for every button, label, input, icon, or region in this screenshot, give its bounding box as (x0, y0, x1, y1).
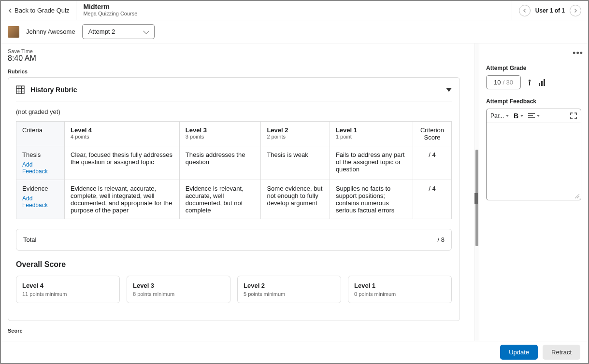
update-button[interactable]: Update (500, 345, 538, 360)
svg-point-5 (529, 79, 531, 81)
pane-splitter[interactable] (474, 43, 479, 347)
rubric-cell[interactable]: Supplies no facts to support positions; … (330, 180, 413, 219)
more-actions-button[interactable]: ••• (573, 48, 583, 58)
overall-level-card[interactable]: Level 25 points minimum (237, 276, 341, 303)
svg-rect-9 (544, 79, 545, 86)
rubric-panel: History Rubric (not graded yet) Criteria… (8, 77, 460, 321)
stats-icon[interactable] (538, 79, 546, 86)
score-label: Score (8, 328, 460, 334)
svg-rect-0 (16, 86, 24, 94)
attempt-grade-label: Attempt Grade (486, 65, 581, 71)
criterion-name: Evidence (22, 185, 58, 192)
add-feedback-link[interactable]: Add Feedback (22, 161, 58, 175)
add-feedback-link[interactable]: Add Feedback (22, 195, 58, 209)
header-level1: Level 11 point (330, 122, 413, 146)
header-level2: Level 22 points (261, 122, 330, 146)
rubrics-label: Rubrics (8, 69, 460, 74)
overall-level-card[interactable]: Level 38 points minimum (127, 276, 230, 303)
svg-line-13 (575, 194, 579, 198)
rubric-cell[interactable]: Some evidence, but not enough to fully d… (261, 180, 330, 219)
table-row: Evidence Add Feedback Evidence is releva… (16, 180, 452, 219)
editor-textarea[interactable] (487, 123, 581, 200)
rubric-table: Criteria Level 44 points Level 33 points… (16, 121, 452, 219)
main-content: Save Time 8:40 AM Rubrics History Rubric… (1, 43, 474, 347)
attempt-select-value: Attempt 2 (88, 28, 115, 35)
svg-rect-7 (539, 83, 540, 86)
editor-toolbar: Par... B (487, 109, 581, 123)
rubric-cell[interactable]: Evidence is relevant, accurate, well doc… (179, 180, 261, 219)
rubric-cell[interactable]: Thesis is weak (261, 146, 330, 180)
grading-sidebar: ••• Attempt Grade 10 / 30 Attempt Feedba… (479, 43, 588, 347)
next-user-button[interactable] (570, 5, 581, 16)
rubric-status: (not graded yet) (16, 108, 452, 115)
overall-level-card[interactable]: Level 10 points minimum (348, 276, 452, 303)
grade-value: 10 (494, 79, 501, 86)
back-to-grade-quiz[interactable]: Back to Grade Quiz (1, 1, 76, 20)
splitter-handle[interactable] (474, 193, 478, 204)
page-subtitle: Mega Quizzing Course (83, 11, 504, 16)
save-time-label: Save Time (8, 48, 460, 54)
footer: Update Retract (1, 341, 588, 363)
save-time-value: 8:40 AM (8, 54, 460, 63)
rubric-cell[interactable]: Clear, focused thesis fully addresses th… (65, 146, 180, 180)
align-button[interactable] (528, 113, 540, 119)
criterion-score: / 4 (413, 146, 452, 180)
svg-line-15 (579, 198, 579, 198)
table-row: Thesis Add Feedback Clear, focused thesi… (16, 146, 452, 180)
header-level3: Level 33 points (179, 122, 261, 146)
grade-info-icon[interactable] (526, 79, 533, 86)
avatar (8, 26, 19, 38)
chevron-left-icon (8, 8, 13, 13)
header-score: Criterion Score (413, 122, 452, 146)
rubric-cell[interactable]: Evidence is relevant, accurate, complete… (65, 180, 180, 219)
page-title-block: Midterm Mega Quizzing Course (76, 1, 511, 20)
feedback-label: Attempt Feedback (486, 98, 581, 105)
paragraph-style-select[interactable]: Par... (490, 112, 509, 119)
header-criteria: Criteria (16, 122, 65, 146)
svg-rect-6 (529, 82, 530, 85)
user-navigation: User 1 of 1 (512, 1, 588, 20)
overall-level-card[interactable]: Level 411 points minimum (16, 276, 120, 303)
align-icon (528, 113, 535, 119)
total-label: Total (23, 236, 36, 243)
overall-score-title: Overall Score (16, 260, 452, 269)
header-level4: Level 44 points (65, 122, 180, 146)
rubric-total: Total / 8 (16, 229, 452, 251)
rubric-title: History Rubric (30, 86, 77, 94)
grade-max: / 30 (503, 79, 513, 86)
back-label: Back to Grade Quiz (14, 7, 69, 14)
retract-button[interactable]: Retract (543, 345, 580, 360)
rubric-icon (16, 85, 25, 94)
rubric-cell[interactable]: Thesis addresses the question (179, 146, 261, 180)
rubric-collapse-toggle[interactable] (446, 88, 452, 92)
svg-rect-8 (541, 81, 543, 86)
fullscreen-button[interactable] (570, 112, 577, 119)
feedback-editor[interactable]: Par... B (486, 109, 581, 200)
prev-user-button[interactable] (519, 5, 531, 16)
page-title: Midterm (83, 3, 504, 11)
criterion-name: Thesis (22, 151, 58, 158)
resize-handle-icon[interactable] (574, 193, 580, 199)
attempt-select[interactable]: Attempt 2 (82, 24, 155, 39)
student-name: Johnny Awesome (26, 28, 75, 35)
criterion-score: / 4 (413, 180, 452, 219)
grade-input[interactable]: 10 / 30 (486, 75, 521, 89)
bold-button[interactable]: B (514, 112, 523, 120)
total-score: / 8 (438, 236, 445, 243)
user-count: User 1 of 1 (535, 7, 565, 14)
rubric-cell[interactable]: Fails to address any part of the assigne… (330, 146, 413, 180)
chevron-right-icon (573, 8, 578, 13)
chevron-left-icon (522, 8, 527, 13)
